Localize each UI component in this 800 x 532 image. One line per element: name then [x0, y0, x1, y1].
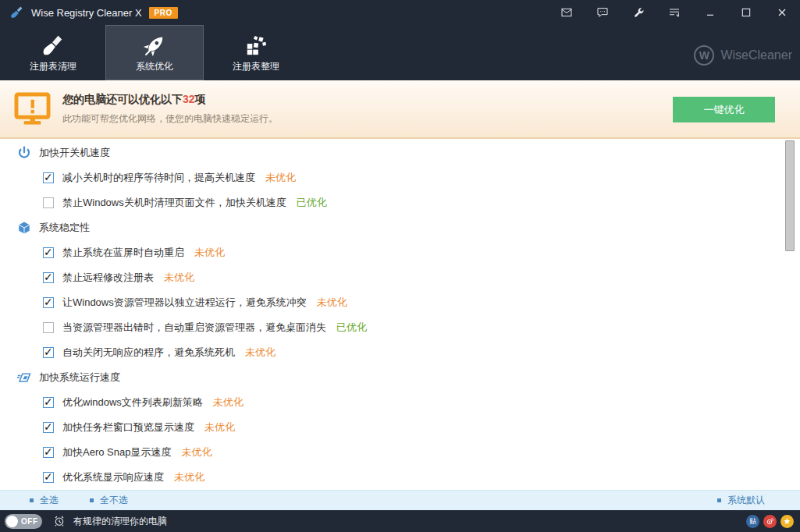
schedule-text: 有规律的清理你的电脑	[73, 515, 167, 528]
item-checkbox[interactable]	[43, 322, 54, 333]
item-label: 禁止系统在蓝屏时自动重启	[62, 246, 184, 260]
section-system-stability: 系统稳定性	[0, 215, 800, 240]
tweak-row: 禁止远程修改注册表 未优化	[0, 265, 800, 290]
minimize-icon[interactable]	[692, 0, 728, 25]
select-none-label: 全不选	[100, 494, 128, 507]
tweak-row: 自动关闭无响应的程序，避免系统死机 未优化	[0, 340, 800, 365]
item-checkbox[interactable]	[43, 397, 54, 408]
item-label: 优化系统显示响应速度	[62, 470, 164, 484]
item-checkbox[interactable]	[43, 422, 54, 433]
tweak-row: 优化系统显示响应速度 未优化	[0, 465, 800, 490]
close-icon[interactable]	[764, 0, 800, 25]
tweak-row: 优化windows文件列表刷新策略 未优化	[0, 390, 800, 415]
banner-text: 您的电脑还可以优化以下32项 此功能可帮您优化网络，使您的电脑快速稳定运行。	[62, 93, 278, 126]
item-label: 禁止远程修改注册表	[62, 271, 154, 285]
tweak-row: 加快任务栏窗口预览显示速度 未优化	[0, 415, 800, 440]
tab-label: 系统优化	[136, 60, 173, 73]
select-all-label: 全选	[40, 494, 59, 507]
status-badge: 未优化	[194, 246, 225, 260]
system-default-link[interactable]: 系统默认	[717, 494, 765, 507]
banner-subtitle: 此功能可帮您优化网络，使您的电脑快速稳定运行。	[62, 112, 278, 126]
scrollbar-thumb[interactable]	[785, 140, 795, 251]
selection-links: 全选 全不选	[30, 494, 128, 507]
item-checkbox[interactable]	[43, 272, 54, 283]
favorite-star-icon[interactable]: ★	[780, 515, 794, 528]
tab-registry-clean[interactable]: 注册表清理	[4, 25, 102, 80]
window-title: Wise Registry Cleaner X	[31, 7, 142, 19]
speed-icon	[17, 371, 31, 385]
item-checkbox[interactable]	[43, 197, 54, 208]
tweak-row: 加快Aero Snap显示速度 未优化	[0, 440, 800, 465]
bullet-icon	[90, 498, 94, 502]
item-checkbox[interactable]	[43, 447, 54, 458]
social-icons: 贴 ★	[746, 515, 794, 528]
tools-icon[interactable]	[620, 0, 656, 25]
item-checkbox[interactable]	[43, 472, 54, 483]
bullet-icon	[717, 498, 721, 502]
cube-icon	[17, 221, 31, 235]
feedback-icon[interactable]	[585, 0, 620, 25]
toggle-state-label: OFF	[21, 517, 38, 526]
wisecleaner-brand: W WiseCleaner	[694, 45, 792, 66]
blocks-icon	[244, 32, 268, 59]
statusbar: OFF 有规律的清理你的电脑 贴 ★	[0, 510, 800, 532]
item-label: 加快Aero Snap显示速度	[62, 445, 171, 459]
monitor-alert-icon	[14, 92, 51, 126]
mail-icon[interactable]	[549, 0, 585, 25]
tweak-row: 当资源管理器出错时，自动重启资源管理器，避免桌面消失 已优化	[0, 315, 800, 340]
status-badge: 未优化	[181, 445, 212, 459]
banner-title-suffix: 项	[195, 93, 206, 105]
tweaks-list: 加快开关机速度 减小关机时的程序等待时间，提高关机速度 未优化 禁止Window…	[0, 139, 800, 490]
brush-icon	[41, 32, 65, 59]
status-badge: 未优化	[174, 470, 204, 484]
status-badge: 未优化	[317, 296, 347, 310]
weibo-share-icon[interactable]	[763, 515, 777, 528]
wisecleaner-name: WiseCleaner	[720, 48, 792, 62]
optimize-banner: 您的电脑还可以优化以下32项 此功能可帮您优化网络，使您的电脑快速稳定运行。 一…	[0, 80, 800, 139]
item-checkbox[interactable]	[43, 297, 54, 308]
status-badge: 未优化	[265, 171, 296, 185]
select-all-link[interactable]: 全选	[30, 494, 59, 507]
tab-label: 注册表清理	[30, 60, 76, 73]
schedule-toggle[interactable]: OFF	[5, 514, 42, 529]
select-none-link[interactable]: 全不选	[90, 494, 128, 507]
tieba-share-icon[interactable]: 贴	[746, 515, 759, 528]
power-icon	[17, 146, 31, 160]
alarm-clock-icon	[53, 515, 66, 527]
bullet-icon	[30, 498, 34, 502]
one-click-optimize-button[interactable]: 一键优化	[673, 97, 775, 122]
system-default-label: 系统默认	[727, 494, 765, 507]
banner-count: 32	[183, 93, 195, 105]
main-tabs: 注册表清理 系统优化	[0, 25, 800, 80]
status-badge: 未优化	[245, 346, 276, 360]
tab-label: 注册表整理	[233, 60, 279, 73]
status-badge: 未优化	[164, 271, 194, 285]
status-badge: 未优化	[213, 395, 244, 410]
item-label: 加快任务栏窗口预览显示速度	[62, 420, 194, 434]
tweak-row: 让Windows资源管理器以独立进程运行，避免系统冲突 未优化	[0, 290, 800, 315]
tab-registry-defrag[interactable]: 注册表整理	[207, 25, 305, 80]
maximize-icon[interactable]	[728, 0, 764, 25]
app-header: Wise Registry Cleaner X PRO	[0, 0, 800, 80]
item-label: 当资源管理器出错时，自动重启资源管理器，避免桌面消失	[62, 321, 326, 335]
section-title: 系统稳定性	[39, 221, 90, 235]
item-label: 禁止Windows关机时清理页面文件，加快关机速度	[62, 196, 286, 210]
vertical-scrollbar[interactable]	[785, 139, 795, 490]
titlebar: Wise Registry Cleaner X PRO	[0, 0, 800, 25]
item-checkbox[interactable]	[43, 172, 54, 183]
item-checkbox[interactable]	[43, 347, 54, 358]
item-label: 优化windows文件列表刷新策略	[62, 395, 203, 410]
item-checkbox[interactable]	[43, 247, 54, 258]
selection-footer: 全选 全不选 系统默认	[0, 490, 800, 510]
item-label: 让Windows资源管理器以独立进程运行，避免系统冲突	[62, 296, 307, 310]
titlebar-buttons	[549, 0, 800, 25]
section-title: 加快系统运行速度	[39, 371, 120, 385]
status-badge: 已优化	[336, 321, 367, 335]
toggle-knob-icon	[6, 516, 18, 527]
tasklist-icon[interactable]	[656, 0, 692, 25]
tweak-row: 禁止系统在蓝屏时自动重启 未优化	[0, 240, 800, 265]
section-boot-speed: 加快开关机速度	[0, 140, 800, 165]
app-logo-icon	[9, 5, 23, 20]
banner-title-prefix: 您的电脑还可以优化以下	[62, 93, 183, 105]
tab-system-tuneup[interactable]: 系统优化	[105, 25, 204, 80]
